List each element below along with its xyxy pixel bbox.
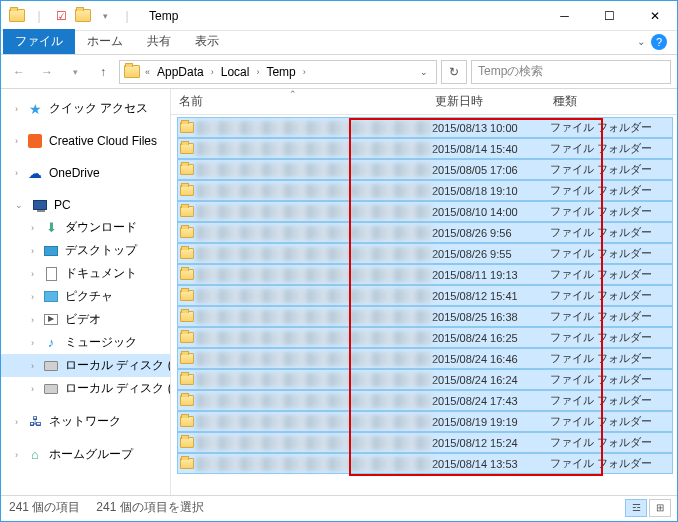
file-row[interactable]: 2015/08/13 10:00ファイル フォルダー bbox=[177, 117, 673, 138]
back-button[interactable]: ← bbox=[7, 60, 31, 84]
help-icon[interactable]: ? bbox=[651, 34, 667, 50]
file-date: 2015/08/19 19:19 bbox=[432, 416, 550, 428]
breadcrumb-appdata[interactable]: AppData bbox=[155, 65, 206, 79]
sidebar-item-onedrive[interactable]: ›☁OneDrive bbox=[1, 162, 170, 184]
folder-icon bbox=[178, 164, 196, 175]
sidebar-item-label: ドキュメント bbox=[65, 265, 137, 282]
sidebar-item-homegroup[interactable]: ›⌂ホームグループ bbox=[1, 443, 170, 466]
file-type: ファイル フォルダー bbox=[550, 435, 672, 450]
folder-icon bbox=[178, 374, 196, 385]
qat-folder-icon[interactable] bbox=[75, 8, 91, 24]
file-row[interactable]: 2015/08/24 16:25ファイル フォルダー bbox=[177, 327, 673, 348]
chevron-right-icon[interactable]: › bbox=[300, 67, 309, 77]
file-row[interactable]: 2015/08/05 17:06ファイル フォルダー bbox=[177, 159, 673, 180]
file-date: 2015/08/25 16:38 bbox=[432, 311, 550, 323]
folder-icon bbox=[178, 122, 196, 133]
file-name bbox=[196, 163, 432, 177]
file-row[interactable]: 2015/08/19 19:19ファイル フォルダー bbox=[177, 411, 673, 432]
file-name bbox=[196, 394, 432, 408]
folder-icon bbox=[178, 290, 196, 301]
sidebar-item-network[interactable]: ›🖧ネットワーク bbox=[1, 410, 170, 433]
tab-view[interactable]: 表示 bbox=[183, 29, 231, 54]
file-row[interactable]: 2015/08/24 16:24ファイル フォルダー bbox=[177, 369, 673, 390]
view-icons-button[interactable]: ⊞ bbox=[649, 499, 671, 517]
folder-icon bbox=[178, 437, 196, 448]
file-row[interactable]: 2015/08/26 9:56ファイル フォルダー bbox=[177, 222, 673, 243]
view-details-button[interactable]: ☲ bbox=[625, 499, 647, 517]
sidebar-item-label: クイック アクセス bbox=[49, 100, 148, 117]
sidebar-item-creative-cloud[interactable]: ›Creative Cloud Files bbox=[1, 130, 170, 152]
maximize-button[interactable]: ☐ bbox=[587, 1, 632, 30]
sidebar-item-documents[interactable]: ›ドキュメント bbox=[1, 262, 170, 285]
refresh-button[interactable]: ↻ bbox=[441, 60, 467, 84]
tab-home[interactable]: ホーム bbox=[75, 29, 135, 54]
address-dropdown-icon[interactable]: ⌄ bbox=[416, 67, 432, 77]
address-bar[interactable]: « AppData › Local › Temp › ⌄ bbox=[119, 60, 437, 84]
minimize-button[interactable]: ─ bbox=[542, 1, 587, 30]
cloud-icon: ☁ bbox=[27, 165, 43, 181]
file-row[interactable]: 2015/08/12 15:41ファイル フォルダー bbox=[177, 285, 673, 306]
sidebar-item-music[interactable]: ›♪ミュージック bbox=[1, 331, 170, 354]
tab-file[interactable]: ファイル bbox=[3, 29, 75, 54]
file-name bbox=[196, 373, 432, 387]
up-button[interactable]: ↑ bbox=[91, 60, 115, 84]
tab-share[interactable]: 共有 bbox=[135, 29, 183, 54]
file-row[interactable]: 2015/08/11 19:13ファイル フォルダー bbox=[177, 264, 673, 285]
history-dropdown-icon[interactable]: ▾ bbox=[63, 60, 87, 84]
qat-dropdown-icon[interactable]: ▾ bbox=[97, 8, 113, 24]
sidebar-item-disk-c[interactable]: ›ローカル ディスク (C:) bbox=[1, 354, 170, 377]
file-type: ファイル フォルダー bbox=[550, 393, 672, 408]
file-row[interactable]: 2015/08/14 13:53ファイル フォルダー bbox=[177, 453, 673, 474]
navbar: ← → ▾ ↑ « AppData › Local › Temp › ⌄ ↻ T… bbox=[1, 55, 677, 89]
file-row[interactable]: 2015/08/24 17:43ファイル フォルダー bbox=[177, 390, 673, 411]
folder-icon bbox=[178, 185, 196, 196]
file-name bbox=[196, 436, 432, 450]
file-list[interactable]: 2015/08/13 10:00ファイル フォルダー2015/08/14 15:… bbox=[171, 115, 677, 495]
file-row[interactable]: 2015/08/10 14:00ファイル フォルダー bbox=[177, 201, 673, 222]
file-name bbox=[196, 289, 432, 303]
download-icon: ⬇ bbox=[43, 220, 59, 236]
ribbon-expand-icon[interactable]: ⌄ bbox=[637, 36, 645, 47]
chevron-right-icon[interactable]: › bbox=[253, 67, 262, 77]
breadcrumb-local[interactable]: Local bbox=[219, 65, 252, 79]
breadcrumb-temp[interactable]: Temp bbox=[264, 65, 297, 79]
file-row[interactable]: 2015/08/14 15:40ファイル フォルダー bbox=[177, 138, 673, 159]
file-date: 2015/08/05 17:06 bbox=[432, 164, 550, 176]
file-date: 2015/08/14 15:40 bbox=[432, 143, 550, 155]
sidebar-item-pictures[interactable]: ›ピクチャ bbox=[1, 285, 170, 308]
file-row[interactable]: 2015/08/18 19:10ファイル フォルダー bbox=[177, 180, 673, 201]
file-row[interactable]: 2015/08/26 9:55ファイル フォルダー bbox=[177, 243, 673, 264]
sidebar-item-quick-access[interactable]: ›★クイック アクセス bbox=[1, 97, 170, 120]
column-label: 名前 bbox=[179, 94, 203, 108]
column-date[interactable]: 更新日時 bbox=[435, 93, 553, 110]
file-type: ファイル フォルダー bbox=[550, 141, 672, 156]
close-button[interactable]: ✕ bbox=[632, 1, 677, 30]
sidebar-item-desktop[interactable]: ›デスクトップ bbox=[1, 239, 170, 262]
sidebar-item-label: ローカル ディスク (C:) bbox=[65, 357, 171, 374]
qat-separator: | bbox=[31, 8, 47, 24]
column-type[interactable]: 種類 bbox=[553, 93, 677, 110]
sidebar-item-download[interactable]: ›⬇ダウンロード bbox=[1, 216, 170, 239]
chevron-right-icon[interactable]: « bbox=[142, 67, 153, 77]
file-name bbox=[196, 331, 432, 345]
qat-properties-icon[interactable]: ☑ bbox=[53, 8, 69, 24]
file-type: ファイル フォルダー bbox=[550, 204, 672, 219]
file-date: 2015/08/11 19:13 bbox=[432, 269, 550, 281]
sidebar-item-pc[interactable]: ⌄PC bbox=[1, 194, 170, 216]
file-row[interactable]: 2015/08/24 16:46ファイル フォルダー bbox=[177, 348, 673, 369]
file-date: 2015/08/26 9:56 bbox=[432, 227, 550, 239]
search-input[interactable]: Tempの検索 bbox=[471, 60, 671, 84]
chevron-right-icon[interactable]: › bbox=[208, 67, 217, 77]
file-type: ファイル フォルダー bbox=[550, 330, 672, 345]
column-name[interactable]: 名前⌃ bbox=[179, 93, 435, 110]
file-row[interactable]: 2015/08/12 15:24ファイル フォルダー bbox=[177, 432, 673, 453]
window-icon bbox=[9, 8, 25, 24]
folder-icon bbox=[178, 353, 196, 364]
file-row[interactable]: 2015/08/25 16:38ファイル フォルダー bbox=[177, 306, 673, 327]
sidebar-item-videos[interactable]: ›ビデオ bbox=[1, 308, 170, 331]
file-type: ファイル フォルダー bbox=[550, 372, 672, 387]
folder-icon bbox=[178, 143, 196, 154]
sidebar-item-disk-e[interactable]: ›ローカル ディスク (E:) bbox=[1, 377, 170, 400]
forward-button[interactable]: → bbox=[35, 60, 59, 84]
file-date: 2015/08/10 14:00 bbox=[432, 206, 550, 218]
